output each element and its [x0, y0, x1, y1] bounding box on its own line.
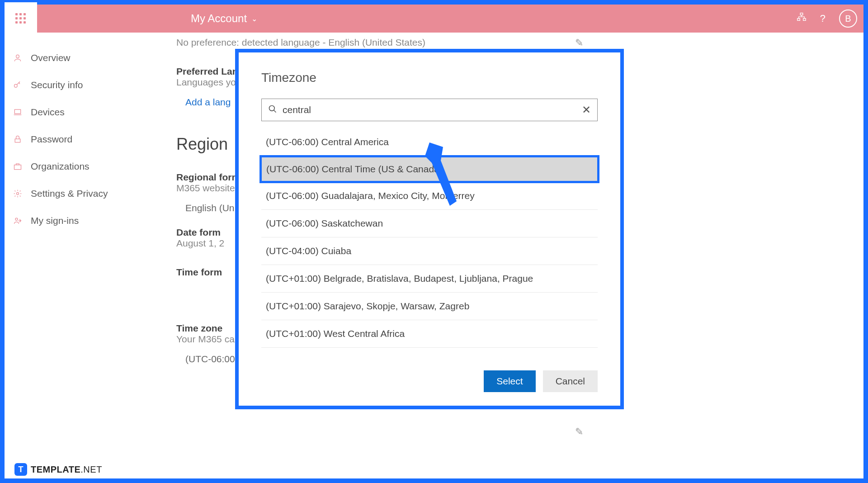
svg-point-10: [269, 105, 275, 111]
clear-icon[interactable]: ✕: [582, 104, 591, 116]
sidebar-item-password[interactable]: Password: [9, 128, 145, 151]
svg-rect-2: [803, 19, 806, 21]
sidebar-label: Settings & Privacy: [31, 188, 108, 199]
watermark-text: TEMPLATE.NET: [31, 464, 102, 475]
add-language-link[interactable]: Add a lang: [185, 97, 231, 108]
timezone-option-highlighted[interactable]: (UTC-06:00) Central Time (US & Canada): [259, 155, 599, 183]
modal-button-row: Select Cancel: [261, 370, 598, 392]
detected-language-text: No preference: detected language - Engli…: [176, 37, 850, 48]
svg-rect-7: [14, 165, 21, 170]
svg-rect-5: [14, 109, 20, 114]
watermark-badge-icon: T: [14, 463, 27, 476]
svg-rect-6: [15, 139, 20, 142]
timezone-option[interactable]: (UTC+01:00) Belgrade, Bratislava, Budape…: [261, 265, 598, 293]
header-bar: My Account ⌄ ? B: [5, 5, 863, 33]
sitemap-icon[interactable]: [797, 12, 807, 25]
sidebar-item-settings[interactable]: Settings & Privacy: [9, 182, 145, 205]
sidebar: Overview Security info Devices Password …: [5, 33, 149, 478]
sidebar-label: Devices: [31, 107, 65, 118]
timezone-modal: Timezone ✕ (UTC-06:00) Central America (…: [235, 49, 624, 409]
gear-icon: [13, 189, 23, 199]
timezone-option[interactable]: (UTC-06:00) Saskatchewan: [261, 210, 598, 237]
sidebar-item-devices[interactable]: Devices: [9, 100, 145, 124]
app-launcher-button[interactable]: [5, 2, 37, 35]
modal-title: Timezone: [261, 71, 598, 85]
timezone-option[interactable]: (UTC-06:00) Central America: [261, 128, 598, 156]
sidebar-item-overview[interactable]: Overview: [9, 46, 145, 70]
search-icon: [268, 104, 277, 116]
svg-point-3: [16, 55, 19, 58]
select-button[interactable]: Select: [484, 370, 535, 392]
page-title-dropdown[interactable]: My Account ⌄: [191, 12, 257, 25]
timezone-option[interactable]: (UTC-06:00) Guadalajara, Mexico City, Mo…: [261, 182, 598, 210]
timezone-option[interactable]: (UTC+01:00) West Central Africa: [261, 320, 598, 348]
timezone-search-field[interactable]: ✕: [261, 99, 598, 121]
chevron-down-icon: ⌄: [251, 14, 257, 23]
svg-point-9: [15, 218, 18, 220]
sidebar-label: Security info: [31, 80, 83, 90]
header-actions: ? B: [797, 9, 857, 28]
sidebar-label: Organizations: [31, 161, 90, 172]
svg-rect-0: [800, 13, 803, 15]
svg-point-8: [17, 193, 19, 195]
svg-point-4: [14, 84, 18, 87]
sidebar-label: Overview: [31, 52, 71, 63]
svg-rect-1: [797, 19, 800, 21]
sidebar-item-security[interactable]: Security info: [9, 73, 145, 97]
help-icon[interactable]: ?: [820, 13, 826, 24]
timezone-results-list: (UTC-06:00) Central America (UTC-06:00) …: [261, 128, 598, 348]
watermark: T TEMPLATE.NET: [14, 463, 102, 476]
avatar[interactable]: B: [839, 9, 857, 28]
sidebar-label: Password: [31, 134, 72, 145]
pencil-icon[interactable]: ✎: [575, 426, 583, 438]
pencil-icon[interactable]: ✎: [575, 37, 583, 49]
avatar-letter: B: [845, 14, 851, 24]
timezone-search-input[interactable]: [283, 104, 576, 115]
waffle-icon: [15, 13, 26, 24]
key-icon: [13, 80, 23, 90]
user-icon: [13, 53, 23, 63]
lock-icon: [13, 134, 23, 144]
timezone-option[interactable]: (UTC-04:00) Cuiaba: [261, 237, 598, 265]
sidebar-label: My sign-ins: [31, 215, 79, 226]
cancel-button[interactable]: Cancel: [543, 370, 598, 392]
briefcase-icon: [13, 161, 23, 171]
laptop-icon: [13, 107, 23, 117]
page-title-text: My Account: [191, 12, 247, 25]
timezone-option[interactable]: (UTC+01:00) Sarajevo, Skopje, Warsaw, Za…: [261, 293, 598, 320]
sidebar-item-signins[interactable]: My sign-ins: [9, 209, 145, 232]
signin-icon: [13, 216, 23, 226]
sidebar-item-organizations[interactable]: Organizations: [9, 155, 145, 178]
